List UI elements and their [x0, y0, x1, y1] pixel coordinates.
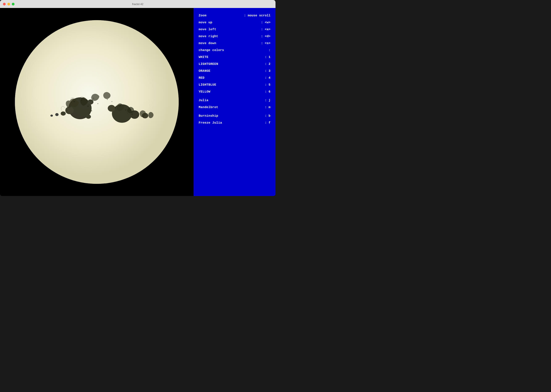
svg-point-3 [65, 107, 74, 114]
control-key-10: : 5 [265, 83, 271, 87]
svg-point-0 [15, 20, 179, 184]
svg-point-13 [81, 100, 82, 101]
fractal-svg [15, 20, 179, 184]
control-row-3: move right: <d> [199, 33, 271, 40]
control-row-14: Burninship: b [199, 111, 271, 119]
control-key-11: : 6 [265, 90, 271, 94]
control-label-10: LIGHTBLUE [199, 83, 216, 87]
control-label-12: Julia [199, 99, 208, 102]
control-row-11: YELLOW: 6 [199, 88, 271, 95]
control-row-1: move up: <w> [199, 19, 271, 26]
svg-point-8 [86, 115, 91, 119]
svg-point-5 [108, 105, 115, 112]
control-row-6: WHITE: 1 [199, 54, 271, 61]
control-key-8: : 3 [265, 69, 271, 73]
svg-point-19 [125, 110, 126, 111]
control-key-1: : <w> [261, 21, 271, 24]
control-key-3: : <d> [261, 35, 271, 38]
control-key-7: : 2 [265, 62, 271, 66]
control-label-3: move right [199, 35, 218, 38]
control-label-2: move left [199, 28, 216, 31]
control-label-4: move down [199, 42, 216, 45]
fractal-display [15, 20, 179, 184]
control-row-5: change colors: [199, 47, 271, 54]
svg-point-24 [61, 112, 62, 113]
control-label-13: Mandelbrot [199, 105, 218, 109]
minimize-button[interactable] [7, 3, 10, 6]
svg-point-15 [91, 110, 92, 112]
svg-point-17 [115, 107, 116, 108]
svg-point-22 [143, 116, 144, 117]
control-label-9: RED [199, 76, 205, 80]
control-label-1: move up [199, 21, 212, 24]
window-title: fractol 42 [132, 2, 143, 6]
svg-point-25 [57, 113, 57, 114]
svg-point-18 [120, 105, 121, 106]
svg-point-4 [87, 99, 93, 105]
svg-point-28 [112, 101, 112, 102]
svg-point-14 [87, 105, 89, 107]
control-key-14: : b [265, 114, 271, 118]
control-key-9: : 4 [265, 76, 271, 80]
svg-point-9 [61, 112, 66, 116]
control-key-5: : [269, 49, 271, 52]
control-row-15: Freeze Julia: f [199, 119, 271, 126]
control-row-10: LIGHTBLUE: 5 [199, 81, 271, 88]
control-label-5: change colors [199, 49, 224, 52]
svg-point-16 [97, 103, 98, 104]
control-row-13: Mandelbrot: m [199, 104, 271, 111]
svg-point-26 [93, 98, 94, 99]
maximize-button[interactable] [12, 3, 14, 6]
control-label-8: ORANGE [199, 69, 210, 73]
right-panel: Zoom: mouse scrollmove up: <w>move left:… [193, 8, 275, 196]
control-row-0: Zoom: mouse scroll [199, 12, 271, 19]
control-label-15: Freeze Julia [199, 121, 222, 125]
control-row-4: move down: <s> [199, 40, 271, 47]
control-label-11: YELLOW [199, 90, 210, 94]
control-label-6: WHITE [199, 56, 208, 59]
control-label-14: Burninship [199, 114, 218, 118]
control-row-9: RED: 4 [199, 75, 271, 81]
svg-point-23 [67, 110, 67, 111]
control-key-13: : m [265, 105, 271, 109]
control-key-2: : <a> [261, 28, 271, 31]
control-row-12: Julia: j [199, 95, 271, 104]
control-key-4: : <s> [261, 42, 271, 45]
close-button[interactable] [3, 3, 6, 6]
control-key-12: : j [265, 99, 271, 102]
svg-point-21 [137, 115, 138, 116]
svg-point-20 [131, 113, 133, 115]
traffic-lights [3, 3, 14, 6]
control-label-7: LIGHTGREEN [199, 62, 218, 66]
svg-point-27 [107, 99, 108, 100]
control-key-15: : f [265, 121, 271, 125]
main-content: Zoom: mouse scrollmove up: <w>move left:… [0, 8, 275, 196]
control-row-7: LIGHTGREEN: 2 [199, 61, 271, 68]
svg-point-11 [50, 115, 53, 117]
fractal-area [0, 8, 193, 196]
control-row-2: move left: <a> [199, 26, 271, 33]
control-label-0: Zoom [199, 14, 207, 17]
title-bar: fractol 42 [0, 0, 275, 8]
control-row-8: ORANGE: 3 [199, 68, 271, 75]
control-key-6: : 1 [265, 56, 271, 59]
control-key-0: : mouse scroll [244, 14, 271, 17]
svg-point-12 [73, 101, 75, 102]
